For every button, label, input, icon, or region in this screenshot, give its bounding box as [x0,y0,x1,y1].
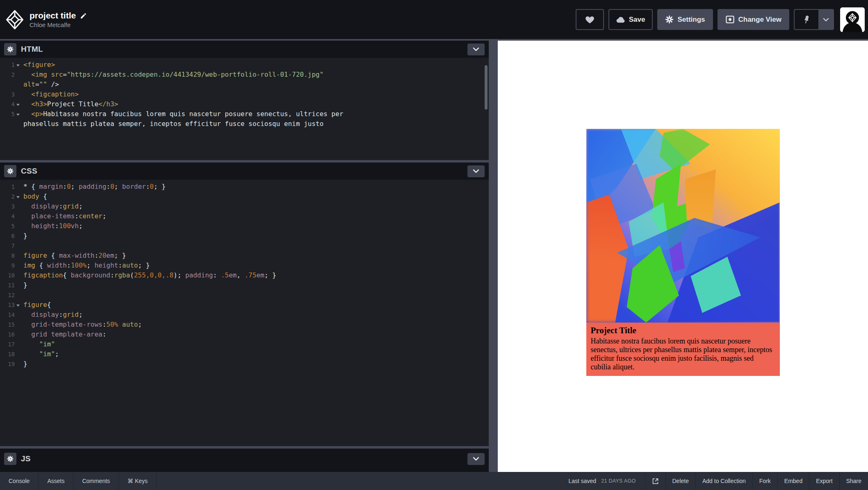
code-line: <figure> [21,60,55,70]
preview-figcaption: Project Title Habitasse nostra faucibus … [586,323,780,376]
share-button[interactable]: Share [839,472,868,490]
code-row: 19} [0,359,489,369]
line-number: 3 [11,89,15,99]
add-to-collection-button[interactable]: Add to Collection [695,472,752,490]
line-number: 11 [8,280,15,290]
fork-button[interactable]: Fork [752,472,777,490]
code-row: 2 <img src="https://assets.codepen.io/44… [0,70,489,80]
fold-arrow-icon [16,295,20,297]
css-settings-button[interactable] [4,165,16,177]
line-number: 19 [8,359,15,369]
settings-label: Settings [677,16,705,24]
pin-dropdown-button[interactable] [818,10,833,29]
code-line: * { margin:0; padding:0; border:0; } [21,182,166,192]
code-line: <img src="https://assets.codepen.io/4413… [21,70,324,80]
line-gutter: 7 [0,241,21,251]
comments-tab[interactable]: Comments [73,472,119,490]
console-tab[interactable]: Console [0,472,39,490]
code-line: figcaption{ background:rgba(255,0,0,.8);… [21,270,276,280]
code-line: } [21,231,27,241]
code-line: "im" [21,339,55,349]
settings-button[interactable]: Settings [657,9,713,30]
code-line: height:100vh; [21,221,83,231]
line-gutter: 11 [0,280,21,290]
line-gutter: 2 [0,70,21,80]
html-settings-button[interactable] [4,43,16,55]
fold-arrow-icon [16,216,20,218]
code-line: <p>Habitasse nostra faucibus lorem quis … [21,109,343,119]
code-row: alt="" /> [0,80,489,89]
css-collapse-button[interactable] [467,165,485,177]
change-view-label: Change View [738,16,782,24]
line-gutter: 5 [0,221,21,231]
fold-arrow-icon [16,364,20,366]
line-gutter [0,80,21,89]
change-view-button[interactable]: Change View [718,9,790,30]
brand-block: project title Chloe Metcalfe [6,9,87,30]
js-collapse-button[interactable] [467,453,485,465]
fold-arrow-icon [16,275,20,277]
save-button[interactable]: Save [608,9,653,30]
line-gutter: 9 [0,261,21,270]
css-code-editor[interactable]: 1* { margin:0; padding:0; border:0; }2bo… [0,180,489,446]
code-row: 10figcaption{ background:rgba(255,0,0,.8… [0,270,489,280]
code-line: phasellus mattis platea semper, inceptos… [21,119,324,129]
line-gutter: 16 [0,330,21,339]
fold-arrow-icon[interactable] [16,196,20,198]
line-gutter: 5 [0,109,21,119]
assets-tab[interactable]: Assets [39,472,73,490]
fold-arrow-icon [16,74,20,76]
js-settings-button[interactable] [4,453,16,465]
title-block: project title Chloe Metcalfe [30,11,87,28]
line-gutter: 4 [0,99,21,109]
fold-arrow-icon [16,324,20,326]
cloud-icon [616,16,625,23]
edit-title-pencil-icon[interactable] [80,12,87,19]
fold-arrow-icon[interactable] [16,104,20,106]
fold-arrow-icon[interactable] [16,114,20,116]
footer-actions: Last saved 21 DAYS AGO Delete Add to Col… [562,472,868,490]
pushpin-icon [802,15,811,25]
line-gutter: 17 [0,339,21,349]
line-gutter: 3 [0,201,21,211]
fold-arrow-icon [16,245,20,247]
pin-button[interactable] [795,10,818,29]
code-row: 5 height:100vh; [0,221,489,231]
editor-preview-resizer[interactable] [489,41,498,472]
html-editor-header: HTML [0,41,489,58]
html-scrollbar-thumb[interactable] [485,65,488,110]
last-saved-label: Last saved [568,478,596,484]
codepen-logo-icon[interactable] [6,9,24,30]
open-live-view-button[interactable] [645,472,665,490]
fold-arrow-icon [16,186,20,188]
embed-button[interactable]: Embed [777,472,809,490]
code-row: 2body { [0,192,489,201]
line-number: 2 [11,70,15,80]
line-number: 17 [8,339,15,349]
user-avatar[interactable] [840,7,865,32]
delete-button[interactable]: Delete [665,472,695,490]
code-row: 4 <h3>Project Title</h3> [0,99,489,109]
html-editor-label: HTML [21,45,43,54]
html-editor-section: HTML 1<figure>2 <img src="https://assets… [0,41,489,160]
fold-arrow-icon[interactable] [16,64,20,66]
code-line [21,241,23,251]
project-title: project title [30,11,76,21]
line-gutter: 3 [0,89,21,99]
html-code-editor[interactable]: 1<figure>2 <img src="https://assets.code… [0,58,489,160]
html-collapse-button[interactable] [467,44,485,55]
line-number: 1 [11,60,15,70]
last-saved-value: 21 DAYS AGO [601,478,636,484]
code-line: display:grid; [21,201,83,211]
code-line [21,290,23,300]
code-row: 4 place-items:center; [0,211,489,221]
like-button[interactable] [576,9,604,30]
line-number: 15 [8,320,15,330]
keyboard-shortcuts-tab[interactable]: ⌘ Keys [119,472,157,490]
export-button[interactable]: Export [809,472,839,490]
fold-arrow-icon [16,265,20,267]
line-number: 3 [11,201,15,211]
view-layout-icon [725,15,735,24]
fold-arrow-icon[interactable] [16,305,20,307]
fold-arrow-icon [16,206,20,208]
